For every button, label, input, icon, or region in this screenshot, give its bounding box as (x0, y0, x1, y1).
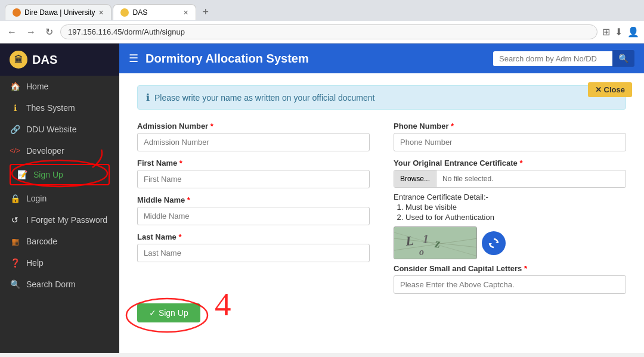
sidebar-label-thes: Thes System (26, 103, 75, 113)
cert-details: Entrance Certificate Detail:- Must be vi… (394, 193, 626, 222)
sidebar-item-signup[interactable]: 📝 Sign Up (10, 164, 110, 185)
notice-icon: ℹ (146, 92, 150, 103)
svg-text:1: 1 (423, 232, 431, 246)
barcode-icon: ▦ (10, 237, 20, 246)
label-cert: Your Original Entrance Certificate * (394, 159, 626, 167)
label-middlename: Middle Name * (137, 195, 370, 204)
address-bar: ← → ↻ ⊞ ⬇ 👤 (0, 21, 644, 43)
required-star-cert: * (519, 159, 522, 167)
sidebar-label-search: Search Dorm (26, 280, 75, 289)
sidebar-item-home[interactable]: 🏠 Home (0, 76, 119, 97)
captcha-input[interactable] (394, 275, 626, 294)
sidebar-label-barcode: Barcode (26, 237, 57, 246)
required-star-fn: * (179, 159, 182, 167)
admission-number-input[interactable] (137, 133, 370, 151)
address-input[interactable] (60, 24, 597, 39)
signup-submit-button[interactable]: ✓ Sign Up (137, 303, 200, 322)
back-button[interactable]: ← (5, 26, 19, 39)
label-firstname: First Name * (137, 159, 370, 167)
signup-button-container: ✓ Sign Up 4 (137, 303, 200, 322)
sidebar-label-ddu: DDU Website (26, 125, 77, 134)
required-star-mn: * (187, 195, 190, 204)
signup-icon: 📝 (17, 170, 27, 179)
main-content: ☰ Dormitory Allocation System 🔍 ✕ Close … (119, 44, 644, 353)
form-group-captcha: Consider Small and Capital Letters * (394, 264, 626, 294)
sidebar-item-forget-password[interactable]: ↺ I Forget My Password (0, 209, 119, 231)
forward-button[interactable]: → (24, 26, 38, 39)
tab2-close[interactable]: ✕ (183, 9, 188, 17)
sidebar-label-forget: I Forget My Password (26, 215, 107, 225)
navbar-title: Dormitory Allocation System (145, 52, 486, 66)
cert-details-title: Entrance Certificate Detail:- (394, 193, 626, 201)
navbar-search: 🔍 (493, 50, 634, 67)
form-group-lastname: Last Name * (137, 232, 370, 262)
sidebar-label-login: Login (26, 194, 47, 203)
form-notice: ℹ Please write your name as written on y… (137, 85, 626, 110)
sidebar-label-dev: Developer (26, 146, 64, 156)
sidebar-label-home: Home (26, 82, 48, 91)
extensions-icon[interactable]: ⊞ (602, 26, 610, 38)
required-star-ph: * (451, 122, 454, 131)
new-tab-button[interactable]: + (197, 4, 213, 21)
refresh-captcha-icon (487, 237, 500, 250)
close-button[interactable]: ✕ Close (588, 82, 632, 97)
required-star: * (210, 122, 213, 131)
browse-button[interactable]: Browse... (394, 170, 436, 187)
form-grid: Admission Number * First Name * (137, 122, 626, 294)
notice-text: Please write your name as written on you… (154, 93, 374, 103)
home-icon: 🏠 (10, 82, 20, 91)
form-group-admission: Admission Number * (137, 122, 370, 151)
tab-1[interactable]: Dire Dawa | University ✕ (5, 4, 112, 20)
svg-text:z: z (434, 235, 444, 251)
profile-icon[interactable]: 👤 (627, 26, 639, 38)
sidebar-label-signup: Sign Up (33, 170, 63, 179)
refresh-icon: ↺ (10, 215, 20, 225)
form-group-middlename: Middle Name * (137, 195, 370, 225)
download-icon[interactable]: ⬇ (615, 26, 623, 38)
captcha-svg: L 1 z o (394, 226, 476, 259)
form-group-phone: Phone Number * (394, 122, 626, 151)
svg-text:L: L (404, 233, 417, 249)
navbar-search-input[interactable] (493, 51, 612, 66)
tab1-favicon (13, 8, 21, 17)
phone-number-input[interactable] (394, 133, 626, 151)
hamburger-button[interactable]: ☰ (129, 52, 138, 65)
tab2-favicon (120, 8, 129, 17)
top-navbar: ☰ Dormitory Allocation System 🔍 (119, 44, 644, 73)
sidebar-item-search-dorm[interactable]: 🔍 Search Dorm (0, 274, 119, 295)
svg-text:o: o (419, 247, 426, 257)
tab-2[interactable]: DAS ✕ (113, 4, 196, 20)
sidebar-item-help[interactable]: ❓ Help (0, 252, 119, 274)
sidebar-item-developer[interactable]: </> Developer (0, 140, 119, 162)
sidebar-label-help: Help (26, 258, 44, 268)
browser-chrome: Dire Dawa | University ✕ DAS ✕ + ← → ↻ ⊞… (0, 0, 644, 44)
form-left-column: Admission Number * First Name * (137, 122, 370, 294)
code-icon: </> (10, 147, 20, 155)
refresh-button[interactable]: ↻ (43, 25, 55, 39)
last-name-input[interactable] (137, 244, 370, 262)
form-right-column: Phone Number * Your Original Entrance Ce… (394, 122, 626, 294)
sidebar: 🏛 DAS 🏠 Home ℹ Thes System 🔗 DDU Website… (0, 44, 119, 353)
sidebar-item-ddu-website[interactable]: 🔗 DDU Website (0, 119, 119, 140)
middle-name-input[interactable] (137, 207, 370, 225)
sidebar-logo: 🏛 DAS (0, 44, 119, 76)
cert-detail-2: Used to for Authentication (405, 213, 626, 222)
form-group-firstname: First Name * (137, 159, 370, 188)
captcha-refresh-button[interactable] (482, 231, 506, 255)
label-lastname: Last Name * (137, 232, 370, 241)
form-container: ✕ Close ℹ Please write your name as writ… (119, 73, 644, 334)
tab1-close[interactable]: ✕ (98, 9, 104, 17)
label-phone: Phone Number * (394, 122, 626, 131)
first-name-input[interactable] (137, 170, 370, 188)
logo-icon: 🏛 (10, 51, 27, 69)
info-icon: ℹ (10, 103, 20, 113)
sidebar-item-barcode[interactable]: ▦ Barcode (0, 231, 119, 252)
sidebar-item-login[interactable]: 🔒 Login (0, 188, 119, 209)
sidebar-item-thes-system[interactable]: ℹ Thes System (0, 97, 119, 119)
navbar-search-button[interactable]: 🔍 (612, 50, 634, 67)
cert-detail-1: Must be visible (405, 203, 626, 212)
help-icon: ❓ (10, 258, 20, 268)
required-star-ln: * (178, 232, 181, 241)
app-name: DAS (32, 53, 57, 67)
file-status: No file selected. (436, 170, 499, 187)
